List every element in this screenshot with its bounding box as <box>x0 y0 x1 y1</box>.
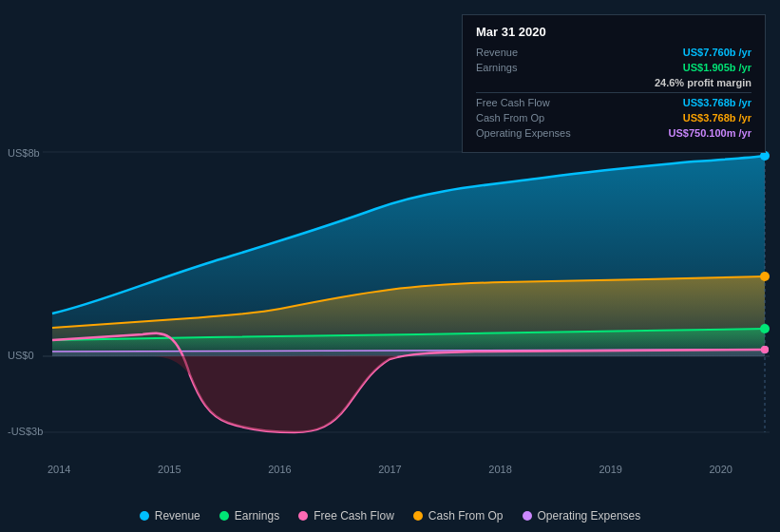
x-label-2020: 2020 <box>709 464 732 475</box>
cashfromop-value: US$3.768b /yr <box>683 112 751 124</box>
chart-legend: Revenue Earnings Free Cash Flow Cash Fro… <box>0 509 780 522</box>
revenue-label: Revenue <box>476 47 518 58</box>
opex-label: Operating Expenses <box>476 127 571 139</box>
legend-earnings[interactable]: Earnings <box>219 509 279 522</box>
x-label-2014: 2014 <box>48 464 70 475</box>
earnings-dot <box>760 324 770 333</box>
x-label-2018: 2018 <box>488 464 511 475</box>
legend-dot-earnings <box>219 511 229 521</box>
tooltip-title: Mar 31 2020 <box>476 25 751 39</box>
info-row-earnings: Earnings US$1.905b /yr <box>476 62 751 73</box>
earnings-label: Earnings <box>476 62 517 73</box>
legend-label-revenue: Revenue <box>155 509 200 522</box>
fcf-label: Free Cash Flow <box>476 97 550 108</box>
info-row-cashfromop: Cash From Op US$3.768b /yr <box>476 112 751 124</box>
legend-dot-revenue <box>140 511 149 521</box>
legend-dot-cashfromop <box>413 511 423 521</box>
x-label-2016: 2016 <box>268 464 291 475</box>
legend-label-opex: Operating Expenses <box>538 509 641 522</box>
cashfromop-dot <box>760 272 770 281</box>
fcf-dot <box>761 346 769 353</box>
info-row-revenue: Revenue US$7.760b /yr <box>476 47 751 58</box>
x-label-2017: 2017 <box>378 464 401 475</box>
legend-opex[interactable]: Operating Expenses <box>523 509 641 522</box>
info-row-fcf: Free Cash Flow US$3.768b /yr <box>476 97 751 108</box>
revenue-value: US$7.760b /yr <box>683 47 751 58</box>
legend-dot-opex <box>523 511 532 521</box>
legend-label-earnings: Earnings <box>235 509 279 522</box>
x-label-2019: 2019 <box>599 464 621 475</box>
legend-dot-fcf <box>298 511 308 521</box>
y-label-bot: -US$3b <box>8 426 43 437</box>
info-row-opex: Operating Expenses US$750.100m /yr <box>476 127 751 139</box>
legend-fcf[interactable]: Free Cash Flow <box>298 509 394 522</box>
profit-margin: 24.6% profit margin <box>476 77 751 88</box>
cashfromop-label: Cash From Op <box>476 112 544 124</box>
y-label-mid: US$0 <box>8 350 34 361</box>
x-label-2015: 2015 <box>158 464 181 475</box>
legend-label-cashfromop: Cash From Op <box>428 509 504 522</box>
legend-cashfromop[interactable]: Cash From Op <box>413 509 504 522</box>
legend-label-fcf: Free Cash Flow <box>314 509 394 522</box>
earnings-value: US$1.905b /yr <box>683 62 751 73</box>
x-axis: 2014 2015 2016 2017 2018 2019 2020 <box>0 464 780 475</box>
fcf-value: US$3.768b /yr <box>683 97 751 108</box>
legend-revenue[interactable]: Revenue <box>140 509 200 522</box>
divider <box>476 92 751 93</box>
y-label-top: US$8b <box>8 147 40 159</box>
info-tooltip: Mar 31 2020 Revenue US$7.760b /yr Earnin… <box>462 14 766 153</box>
opex-value: US$750.100m /yr <box>669 127 751 139</box>
